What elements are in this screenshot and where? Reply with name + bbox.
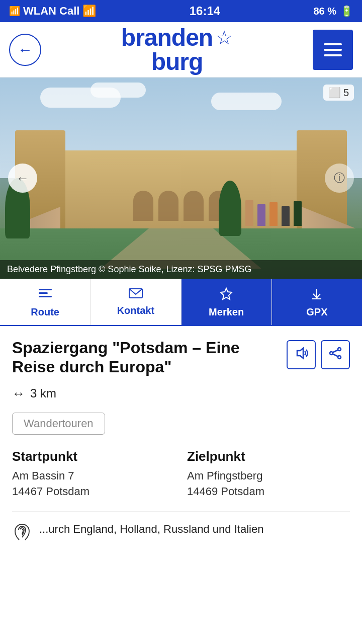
hamburger-icon: [324, 43, 342, 56]
status-right: 86 % 🔋: [313, 5, 353, 17]
tab-gpx[interactable]: GPX: [272, 279, 362, 325]
description-text: ...urch England, Holland, Russland und I…: [39, 521, 263, 537]
battery-icon: 🔋: [340, 5, 353, 17]
distance-arrow-icon: ↔: [12, 386, 25, 401]
wifi-icon: 📶: [82, 5, 96, 18]
logo-star-icon: ☆: [216, 27, 233, 49]
svg-line-10: [333, 350, 338, 352]
svg-point-8: [330, 352, 333, 355]
photo-counter-icon: ⬜: [328, 87, 341, 99]
distance-value: 3 km: [30, 386, 56, 400]
zielpunkt-label: Zielpunkt: [187, 449, 350, 464]
gpx-tab-label: GPX: [306, 306, 327, 318]
building-area: [0, 90, 362, 231]
hero-caption-text: Belvedere Pfingstberg © Sophie Soike, Li…: [7, 264, 252, 274]
hero-prev-icon: ←: [16, 171, 29, 186]
hero-image: ⬜ 5 ← ⓘ Belvedere Pfingstberg © Sophie S…: [0, 77, 362, 279]
svg-line-11: [333, 354, 338, 356]
tab-merken[interactable]: Merken: [182, 279, 272, 325]
description-preview-text: ...: [39, 523, 48, 535]
content-area: Spaziergang "Potsdam – Eine Reise durch …: [0, 326, 362, 559]
start-end-row: Startpunkt Am Bassin 7 14467 Potsdam Zie…: [12, 449, 350, 500]
route-tab-label: Route: [31, 306, 59, 318]
svg-point-9: [338, 356, 341, 359]
gpx-icon: [309, 287, 324, 304]
hamburger-menu-button[interactable]: [313, 30, 353, 70]
svg-marker-6: [297, 348, 303, 358]
person3: [269, 202, 278, 226]
merken-icon: [219, 287, 234, 304]
app-header: ← bran den ☆ burg: [0, 22, 362, 77]
hero-prev-button[interactable]: ←: [8, 164, 37, 193]
tab-route[interactable]: Route: [0, 279, 90, 325]
svg-rect-0: [39, 289, 52, 290]
startpunkt-col: Startpunkt Am Bassin 7 14467 Potsdam: [12, 449, 175, 500]
distance-row: ↔ 3 km: [12, 386, 350, 401]
end-line1: Am Pfingstberg: [187, 469, 262, 482]
startpunkt-label: Startpunkt: [12, 449, 175, 464]
svg-rect-1: [39, 292, 48, 294]
svg-rect-2: [39, 296, 52, 297]
logo-text3: burg: [151, 50, 203, 74]
back-button[interactable]: ←: [9, 34, 41, 66]
start-line2: 14467 Potsdam: [12, 485, 89, 498]
hero-info-icon: ⓘ: [334, 171, 345, 186]
signal-icon: 📶: [9, 6, 20, 17]
audio-icon: [294, 346, 308, 364]
tour-title: Spaziergang "Potsdam – Eine Reise durch …: [12, 338, 287, 377]
start-line1: Am Bassin 7: [12, 469, 74, 482]
startpunkt-addr: Am Bassin 7 14467 Potsdam: [12, 468, 175, 500]
carrier-label: WLAN Call: [23, 5, 79, 18]
title-row: Spaziergang "Potsdam – Eine Reise durch …: [12, 338, 350, 377]
hero-caption: Belvedere Pfingstberg © Sophie Soike, Li…: [0, 260, 362, 279]
description-preview: ...urch England, Holland, Russland und I…: [12, 511, 350, 549]
status-bar: 📶 WLAN Call 📶 16:14 86 % 🔋: [0, 0, 362, 22]
person1: [245, 200, 253, 226]
status-time: 16:14: [190, 4, 220, 18]
status-left: 📶 WLAN Call 📶: [9, 5, 96, 18]
description-content: urch England, Holland, Russland und Ital…: [48, 523, 263, 535]
svg-marker-4: [221, 288, 232, 299]
fingerprint-icon: [12, 522, 32, 549]
hero-info-button[interactable]: ⓘ: [325, 164, 354, 193]
back-icon: ←: [18, 41, 33, 58]
audio-button[interactable]: [287, 340, 316, 369]
person2: [257, 204, 265, 226]
tour-tag[interactable]: Wandertouren: [12, 413, 105, 435]
photo-counter: ⬜ 5: [323, 85, 354, 101]
zielpunkt-addr: Am Pfingstberg 14469 Potsdam: [187, 468, 350, 500]
kontakt-tab-label: Kontakt: [117, 305, 154, 316]
person4: [282, 206, 290, 226]
photo-counter-value: 5: [343, 87, 349, 99]
action-tabs: Route Kontakt Merken GPX: [0, 279, 362, 326]
people-group: [245, 200, 302, 226]
tab-kontakt[interactable]: Kontakt: [90, 279, 181, 325]
content-action-buttons: [287, 340, 350, 369]
kontakt-icon: [128, 287, 143, 303]
tree-right: [219, 181, 241, 236]
route-icon: [38, 287, 53, 304]
share-button[interactable]: [321, 340, 350, 369]
end-line2: 14469 Potsdam: [187, 485, 264, 498]
battery-pct: 86 %: [313, 6, 336, 17]
app-logo: bran den ☆ burg: [121, 26, 233, 74]
zielpunkt-col: Zielpunkt Am Pfingstberg 14469 Potsdam: [187, 449, 350, 500]
share-icon: [328, 346, 342, 364]
merken-tab-label: Merken: [209, 306, 244, 318]
logo-text2: den: [171, 26, 213, 50]
person5: [294, 201, 302, 226]
logo-text: bran: [121, 26, 171, 50]
svg-point-7: [338, 348, 341, 351]
